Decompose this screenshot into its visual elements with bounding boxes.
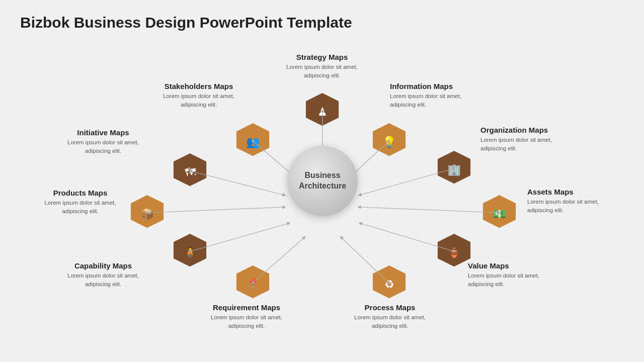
products-desc: Lorem ipsum dolor sit amet,adipiscing el…	[36, 199, 124, 216]
label-organization: Organization Maps Lorem ipsum dolor sit …	[480, 126, 601, 153]
process-title: Process Maps	[335, 303, 445, 312]
svg-line-6	[359, 207, 500, 213]
label-value: Value Maps Lorem ipsum dolor sit amet,ad…	[468, 261, 584, 289]
requirement-title: Requirement Maps	[191, 303, 302, 312]
hex-organization: 🏢	[435, 151, 473, 189]
assets-icon: 💵	[493, 208, 506, 221]
requirement-desc: Lorem ipsum dolor sit amet,adipiscing el…	[191, 313, 302, 331]
process-icon: ♻	[384, 278, 394, 291]
capability-title: Capability Maps	[48, 261, 158, 270]
stakeholders-title: Stakeholders Maps	[143, 82, 254, 90]
strategy-icon: ♟	[317, 106, 328, 119]
process-desc: Lorem ipsum dolor sit amet,adipiscing el…	[335, 313, 445, 331]
value-icon: 🏺	[447, 246, 461, 259]
center-circle: Business Architecture	[287, 146, 358, 216]
initiative-title: Initiative Maps	[48, 128, 158, 137]
hex-assets: 💵	[480, 195, 518, 233]
capability-icon: 🧍	[183, 246, 197, 259]
organization-desc: Lorem ipsum dolor sit amet,adipiscing el…	[480, 136, 601, 153]
hex-stakeholders: 👥	[234, 123, 272, 161]
svg-line-5	[147, 207, 284, 213]
hex-information: 💡	[370, 123, 408, 161]
label-initiative: Initiative Maps Lorem ipsum dolor sit am…	[48, 128, 158, 156]
center-circle-line2: Architecture	[299, 181, 346, 192]
capability-desc: Lorem ipsum dolor sit amet,adipiscing el…	[48, 272, 158, 289]
organization-title: Organization Maps	[480, 126, 601, 134]
organization-icon: 🏢	[447, 163, 461, 176]
products-title: Products Maps	[36, 189, 124, 197]
initiative-icon: 🗺	[185, 166, 196, 179]
value-title: Value Maps	[468, 261, 584, 270]
label-strategy: Strategy Maps Lorem ipsum dolor sit amet…	[257, 53, 387, 80]
strategy-desc: Lorem ipsum dolor sit amet,adipiscing el…	[257, 63, 387, 80]
stakeholders-desc: Lorem ipsum dolor sit amet,adipiscing el…	[143, 92, 254, 110]
label-stakeholders: Stakeholders Maps Lorem ipsum dolor sit …	[143, 82, 254, 110]
hex-products: 📦	[128, 195, 166, 233]
hex-value: 🏺	[435, 234, 473, 272]
information-title: Information Maps	[390, 82, 506, 90]
hex-capability: 🧍	[171, 234, 209, 272]
label-assets: Assets Maps Lorem ipsum dolor sit amet,a…	[527, 188, 633, 215]
assets-desc: Lorem ipsum dolor sit amet,adipiscing el…	[527, 198, 633, 215]
center-circle-line1: Business	[304, 170, 340, 181]
hex-strategy: ♟	[303, 93, 341, 131]
label-capability: Capability Maps Lorem ipsum dolor sit am…	[48, 261, 158, 289]
page-title: Bizbok Business Design PowerPoint Templa…	[20, 14, 352, 31]
label-requirement: Requirement Maps Lorem ipsum dolor sit a…	[191, 303, 302, 331]
stakeholders-icon: 👥	[246, 136, 260, 149]
assets-title: Assets Maps	[527, 188, 633, 196]
initiative-desc: Lorem ipsum dolor sit amet,adipiscing el…	[48, 138, 158, 156]
information-desc: Lorem ipsum dolor sit amet,adipiscing el…	[390, 92, 506, 110]
label-process: Process Maps Lorem ipsum dolor sit amet,…	[335, 303, 445, 331]
value-desc: Lorem ipsum dolor sit amet,adipiscing el…	[468, 272, 584, 289]
products-icon: 📦	[140, 208, 154, 221]
hex-requirement: 📍	[234, 265, 272, 303]
hex-initiative: 🗺	[171, 153, 209, 191]
information-icon: 💡	[382, 136, 396, 149]
strategy-title: Strategy Maps	[257, 53, 387, 61]
hex-process: ♻	[370, 265, 408, 303]
label-information: Information Maps Lorem ipsum dolor sit a…	[390, 82, 506, 110]
requirement-icon: 📍	[246, 278, 260, 291]
label-products: Products Maps Lorem ipsum dolor sit amet…	[36, 189, 124, 216]
